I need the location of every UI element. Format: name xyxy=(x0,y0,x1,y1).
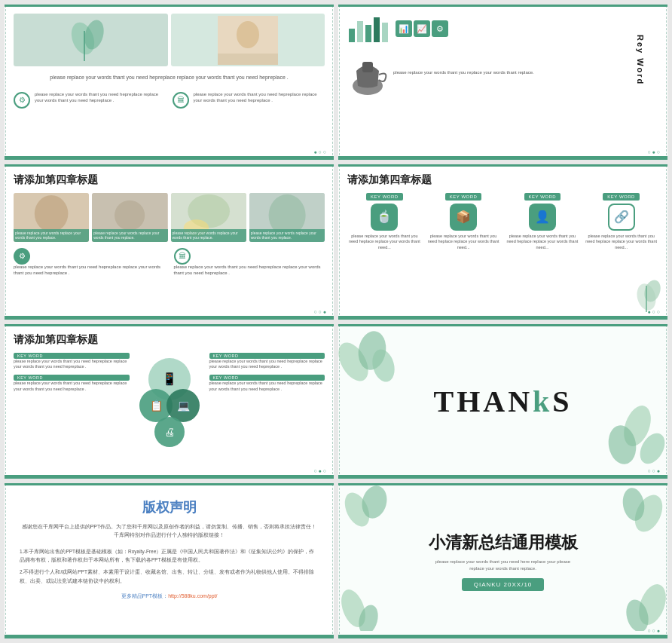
svg-text:💻: 💻 xyxy=(176,400,190,412)
svg-point-4 xyxy=(237,21,259,48)
slide7-rules: 1.本子库网站出售的PPT模板是基础模板（如：Royalty-Free）正属是《… xyxy=(20,547,319,589)
slide5-kw-item-2: KEY WORD please replace your words thant… xyxy=(14,375,130,392)
slide2-icons-row: 📊 📈 ⚙ xyxy=(396,20,448,37)
slide4-kw-desc-1: please replace your words thant you need… xyxy=(347,234,422,251)
slide4-kw-label-4: KEY WORD xyxy=(603,193,640,201)
slide2-icon3: ⚙ xyxy=(432,20,448,37)
slide1-text-1: please replace your words thant you need… xyxy=(35,92,166,104)
slide6-thanks-text: THANkS xyxy=(433,384,572,419)
slide8-main-title: 小清新总结通用模板 xyxy=(429,531,578,554)
slide4-kw-desc-4: please replace your words thant you need… xyxy=(584,234,658,251)
svg-rect-12 xyxy=(362,62,373,72)
slide7-link[interactable]: 更多精品PPT模板：http://588ku.com/ppt/ xyxy=(121,592,218,600)
svg-rect-10 xyxy=(382,23,388,42)
slide8-badge: QIANKU 20XX/10 xyxy=(462,578,545,591)
slide6-leaf-br xyxy=(607,403,667,471)
slide4-kw-label-2: KEY WORD xyxy=(445,193,482,201)
slide4-kw-desc-3: please replace your words thant you need… xyxy=(506,234,580,251)
slide2-barchart xyxy=(347,14,393,44)
slide5-kw-badge-2: KEY WORD xyxy=(14,375,130,381)
slide3-image-grid: please replace your words replace your w… xyxy=(14,193,325,242)
slide-8: 小清新总结通用模板 please replace your words than… xyxy=(338,483,667,638)
svg-rect-6 xyxy=(349,29,355,42)
slide2-top-line xyxy=(338,5,667,7)
slide8-leaf-br xyxy=(615,571,667,631)
svg-text:🖨: 🖨 xyxy=(164,426,175,438)
slide5-kw-badge-4: KEY WORD xyxy=(209,375,325,381)
slide4-bottom-bar xyxy=(338,316,667,320)
slide5-page-num: ○ ● ○ xyxy=(313,468,326,473)
slide4-kw-desc-2: please replace your words thant you need… xyxy=(426,234,501,251)
slide1-building-icon: 🏛 xyxy=(173,92,189,109)
slide7-rule2: 2.不得进行个人和/或网站PPT素材、本素用于设计蛋、收藏名馆、出售、转让、分组… xyxy=(20,568,319,585)
circles-svg: 📱 📋 💻 🖨 xyxy=(136,353,203,451)
slide3-bottom-text2: please replace your words thant you need… xyxy=(174,265,325,277)
slide7-link-url[interactable]: http://588ku.com/ppt/ xyxy=(168,593,217,599)
slide8-leaf-tr xyxy=(607,483,667,543)
slide-4: 请添加第四章标题 KEY WORD 🍵 please replace your … xyxy=(338,164,667,320)
slide2-teapot-row: please replace your words thant you repl… xyxy=(347,48,658,97)
svg-rect-9 xyxy=(374,17,380,42)
slide3-img1: please replace your words replace your w… xyxy=(14,193,89,242)
leaf-cover-tr xyxy=(607,483,667,543)
slide3-bottom-item2: 🏛 please replace your words thant you ne… xyxy=(174,248,325,277)
slide7-rule1: 1.本子库网站出售的PPT模板是基础模板（如：Royalty-Free）正属是《… xyxy=(20,547,319,565)
slide-1: please replace your words thant you need… xyxy=(5,5,334,160)
slide3-img2: please replace your words replace your w… xyxy=(92,193,167,242)
slide-5: 请添加第四章标题 KEY WORD please replace your wo… xyxy=(5,324,334,479)
slide8-bottom-bar xyxy=(338,635,667,638)
slide7-bottom-bar xyxy=(5,635,334,638)
slide4-kw-label-3: KEY WORD xyxy=(524,193,561,201)
slide5-bottom-bar xyxy=(5,475,334,479)
slide3-img4-text: please replace your words replace your w… xyxy=(249,229,325,242)
slide1-icon-item-1: ⚙ please replace your words thant you ne… xyxy=(14,92,166,109)
photo1-svg xyxy=(218,16,278,65)
slide8-leaf-bl xyxy=(338,578,383,631)
slide4-keyword-grid: KEY WORD 🍵 please replace your words tha… xyxy=(347,193,658,251)
slide2-key-word: Rey Word xyxy=(636,35,645,85)
slide4-kw-col-4: KEY WORD 🔗 please replace your words tha… xyxy=(584,193,658,251)
slide6-thanks-k: k xyxy=(533,384,552,418)
slide5-left-kw: KEY WORD please replace your words thant… xyxy=(14,353,130,451)
slide5-content: KEY WORD please replace your words thant… xyxy=(14,353,325,451)
slide2-teapot xyxy=(347,48,389,97)
slide2-stats-row: 📊 📈 ⚙ xyxy=(347,14,658,44)
slide2-placeholder-text: please replace your words thant you repl… xyxy=(393,69,534,75)
slide-7: 版权声明 感谢您在千库网平台上提供的PPT作品。为了您和千库网以及原创作者的利益… xyxy=(5,483,334,638)
slide1-placeholder-text: please replace your words thant you need… xyxy=(14,71,325,84)
slide4-kw-col-3: KEY WORD 👤 please replace your words tha… xyxy=(506,193,580,251)
slide1-icon-item-2: 🏛 please replace your words thant you ne… xyxy=(173,92,325,109)
slide8-sub-text: please replace your words thant you need… xyxy=(428,559,579,572)
slide6-page-num: ○ ○ ● xyxy=(647,468,660,473)
svg-rect-7 xyxy=(357,21,363,42)
slide2-icon2: 📈 xyxy=(414,20,430,37)
slide3-title: 请添加第四章标题 xyxy=(14,173,325,187)
slide3-bottom-item1: ⚙ please replace your words thant you ne… xyxy=(14,248,165,277)
slide4-kw-icon-3: 👤 xyxy=(529,204,556,231)
slide2-left: 📊 📈 ⚙ please replace your words thant yo… xyxy=(347,14,658,151)
slide3-img3-text: please replace your words replace your w… xyxy=(171,229,246,242)
slide2-page-num: ○ ● ○ xyxy=(647,149,660,155)
slide3-img2-text: please replace your words replace your w… xyxy=(92,229,167,242)
slide5-kw-item-3: KEY WORD please replace your words thant… xyxy=(209,353,325,370)
slide3-bottom-bar xyxy=(5,316,334,320)
slide7-top-line xyxy=(5,483,334,485)
slide1-photo1 xyxy=(171,14,325,66)
slide5-kw-badge-1: KEY WORD xyxy=(14,353,130,359)
slide5-title: 请添加第四章标题 xyxy=(14,333,325,347)
slide4-kw-icon-1: 🍵 xyxy=(371,204,398,231)
leaf-cover-bl xyxy=(338,578,383,631)
slide-2: 📊 📈 ⚙ please replace your words thant yo… xyxy=(338,5,667,160)
slide3-top-line xyxy=(5,164,334,167)
slide3-gear-icon: ⚙ xyxy=(14,248,30,265)
slide1-image-row xyxy=(14,14,325,66)
slide6-bottom-bar xyxy=(338,475,667,479)
plant-deco-svg xyxy=(631,274,661,312)
slide2-icon1: 📊 xyxy=(396,20,412,37)
slide1-gear-icon: ⚙ xyxy=(14,92,30,109)
leaf-br-svg xyxy=(607,403,667,471)
svg-point-14 xyxy=(35,195,69,232)
slide5-kw-text-1: please replace your words thant you need… xyxy=(14,359,130,370)
slide1-plant-image xyxy=(14,14,168,66)
slide7-title: 版权声明 xyxy=(142,498,197,516)
